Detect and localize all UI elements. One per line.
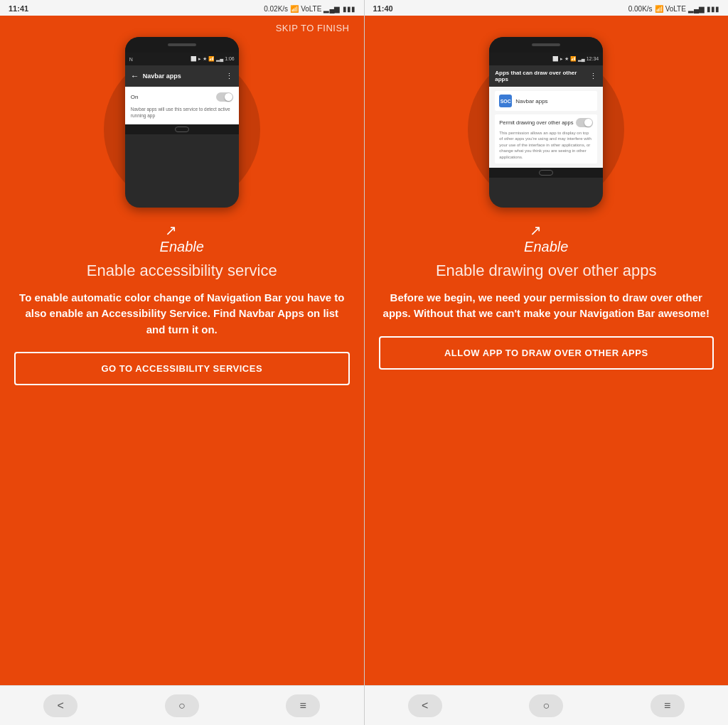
app-row: SOC Navbar apps xyxy=(495,91,597,111)
permit-row: Permit drawing over other apps This perm… xyxy=(495,114,597,163)
phone-status-icons-left: ⬜ ▸ ★ 📶 ▂▄ 1:06 xyxy=(191,56,234,62)
enable-label-right: Enable xyxy=(524,239,568,255)
phone-screen-left: ← Navbar apps ⋮ On xyxy=(125,65,239,124)
status-icons-right: 0.00K/s 📶 VoLTE ▂▄▆ ▮▮▮ xyxy=(628,5,719,13)
phone-speaker-left xyxy=(168,43,196,46)
phone-bottom-right xyxy=(489,168,603,178)
status-icons-left: 0.02K/s 📶 VoLTE ▂▄▆ ▮▮▮ xyxy=(264,5,355,13)
menu-button-right[interactable]: ≡ xyxy=(651,694,685,717)
back-button-left[interactable]: < xyxy=(43,694,77,717)
permit-toggle-knob xyxy=(584,119,592,127)
phone-top-bar-left xyxy=(125,37,239,53)
wifi-icon-left: 📶 xyxy=(290,5,299,13)
phone-mockup-right: ⬜ ▸ ★ 📶 ▂▄ 12:34 Apps that can draw over… xyxy=(475,37,617,222)
phone-icon-n: N xyxy=(129,57,133,62)
volte-right: VoLTE xyxy=(665,5,686,13)
draw-header: Apps that can draw over other apps ⋮ xyxy=(489,65,603,87)
draw-content: SOC Navbar apps Permit drawing over othe… xyxy=(489,87,603,168)
phone-home-btn-left xyxy=(175,127,189,132)
menu-button-left[interactable]: ≡ xyxy=(286,694,320,717)
phone-home-btn-right xyxy=(539,170,553,176)
phone-bottom-left xyxy=(125,124,239,134)
draw-title: Apps that can draw over other apps xyxy=(495,70,589,82)
accessibility-content: On Navbar apps will use this service to … xyxy=(125,87,239,124)
time-right: 11:40 xyxy=(373,4,393,13)
right-screen-content: ⬜ ▸ ★ 📶 ▂▄ 12:34 Apps that can draw over… xyxy=(365,16,729,685)
main-heading-right: Enable drawing over other apps xyxy=(436,261,657,281)
draw-menu-dots: ⋮ xyxy=(589,72,597,81)
enable-label-left: Enable xyxy=(160,239,204,255)
enable-arrow-left: ↗ xyxy=(165,222,177,239)
volte-left: VoLTE xyxy=(301,5,321,13)
phone-status-icons-right: ⬜ ▸ ★ 📶 ▂▄ 12:34 xyxy=(552,56,599,62)
main-body-right: Before we begin, we need your permission… xyxy=(379,290,714,322)
phone-status-bar-left: N ⬜ ▸ ★ 📶 ▂▄ 1:06 xyxy=(125,53,239,65)
phone-body-left: N ⬜ ▸ ★ 📶 ▂▄ 1:06 ← Navbar apps ⋮ xyxy=(125,37,239,208)
enable-wrapper-left: ↗ Enable xyxy=(160,225,204,255)
main-body-left: To enable automatic color change of Navi… xyxy=(14,290,350,338)
toggle-label: On xyxy=(131,94,139,100)
nav-bar-left: < ○ ≡ xyxy=(0,685,364,725)
allow-draw-button[interactable]: ALLOW APP TO DRAW OVER OTHER APPS xyxy=(379,336,714,370)
permit-label: Permit drawing over other apps xyxy=(499,119,573,126)
accessibility-header: ← Navbar apps ⋮ xyxy=(125,65,239,87)
app-name: Navbar apps xyxy=(515,98,547,104)
permit-label-row: Permit drawing over other apps xyxy=(499,118,593,127)
app-icon: SOC xyxy=(499,95,512,107)
nav-bar-right: < ○ ≡ xyxy=(365,685,729,725)
permit-toggle xyxy=(576,118,593,127)
phone-back-arrow: ← xyxy=(131,71,139,81)
main-heading-left: Enable accessibility service xyxy=(87,261,277,281)
time-left: 11:41 xyxy=(9,4,28,13)
accessibility-title: Navbar apps xyxy=(143,72,181,80)
enable-arrow-right: ↗ xyxy=(530,222,542,239)
right-screen: 11:40 0.00K/s 📶 VoLTE ▂▄▆ ▮▮▮ xyxy=(365,0,729,725)
phone-status-bar-right: ⬜ ▸ ★ 📶 ▂▄ 12:34 xyxy=(489,53,603,65)
back-button-right[interactable]: < xyxy=(408,694,442,717)
network-speed-right: 0.00K/s xyxy=(628,5,653,13)
permit-desc: This permission allows an app to display… xyxy=(499,130,593,160)
phone-screen-right: Apps that can draw over other apps ⋮ SOC… xyxy=(489,65,603,168)
accessibility-header-left: ← Navbar apps xyxy=(131,71,181,81)
phone-mockup-left: N ⬜ ▸ ★ 📶 ▂▄ 1:06 ← Navbar apps ⋮ xyxy=(111,37,253,222)
signal-icon-left: ▂▄▆ xyxy=(323,5,340,13)
phone-body-right: ⬜ ▸ ★ 📶 ▂▄ 12:34 Apps that can draw over… xyxy=(489,37,603,208)
wifi-icon-right: 📶 xyxy=(655,5,663,13)
network-speed-left: 0.02K/s xyxy=(264,5,288,13)
toggle-row: On xyxy=(131,92,233,102)
battery-icon-left: ▮▮▮ xyxy=(343,5,355,13)
accessibility-services-button[interactable]: GO TO ACCESSIBILITY SERVICES xyxy=(14,352,350,385)
battery-icon-right: ▮▮▮ xyxy=(707,5,719,13)
enable-wrapper-right: ↗ Enable xyxy=(524,225,568,255)
toggle-knob xyxy=(225,93,232,101)
accessibility-desc: Navbar apps will use this service to det… xyxy=(131,106,233,119)
left-screen-content: SKIP TO FINISH N ⬜ ▸ ★ 📶 ▂▄ 1:06 xyxy=(0,16,364,685)
status-bar-left: 11:41 0.02K/s 📶 VoLTE ▂▄▆ ▮▮▮ xyxy=(0,0,364,16)
status-bar-right: 11:40 0.00K/s 📶 VoLTE ▂▄▆ ▮▮▮ xyxy=(365,0,729,16)
home-button-right[interactable]: ○ xyxy=(529,694,563,717)
phone-top-bar-right xyxy=(489,37,603,53)
phone-speaker-right xyxy=(532,43,560,46)
phone-menu-dots: ⋮ xyxy=(225,72,233,81)
left-screen: 11:41 0.02K/s 📶 VoLTE ▂▄▆ ▮▮▮ SKIP TO FI… xyxy=(0,0,365,725)
skip-to-finish-button[interactable]: SKIP TO FINISH xyxy=(276,23,350,33)
signal-icon-right: ▂▄▆ xyxy=(688,5,705,13)
toggle-switch xyxy=(216,92,233,102)
home-button-left[interactable]: ○ xyxy=(165,694,199,717)
